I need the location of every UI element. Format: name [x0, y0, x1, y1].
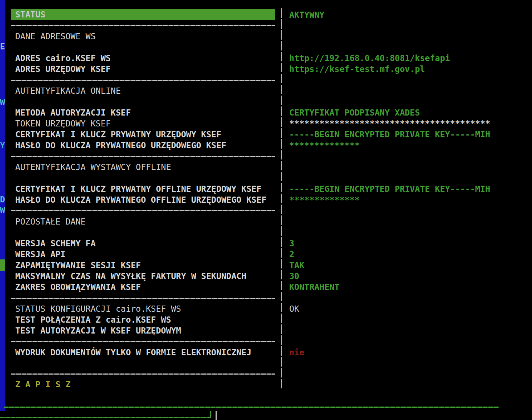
action-test-autoryzacji[interactable]: TEST AUTORYZACJI W KSEF URZĘDOWYM — [15, 325, 181, 336]
row-value-haslo-klucza-prywatnego[interactable]: ************** — [289, 140, 360, 151]
separator — [11, 25, 275, 26]
row-label-certyfikat-offline: CERTYFIKAT I KLUCZ PRYWATNY OFFLINE URZĘ… — [15, 183, 262, 194]
status-value: AKTYWNY — [289, 9, 324, 20]
separator — [11, 373, 275, 375]
row-label-adres-cairo-ksef-ws: ADRES cairo.KSEF WS — [15, 53, 111, 64]
section-header-pozostale-dane: POZOSTAŁE DANE — [15, 216, 86, 227]
separator — [11, 210, 275, 211]
row-label-adres-urzedowy-ksef: ADRES URZĘDOWY KSEF — [15, 64, 111, 74]
row-value-wersja-api[interactable]: 2 — [289, 249, 294, 260]
row-value-zapamietywanie-sesji[interactable]: TAK — [289, 260, 304, 271]
strip-letter: W — [0, 97, 5, 108]
row-value-token-urzedowy[interactable]: **************************************** — [289, 118, 490, 129]
row-value-metoda-autoryzacji[interactable]: CERTYFIKAT PODPISANY XADES — [289, 107, 420, 118]
ksef-config-screen: E W Y D W STATUS AKTYWNY DANE ADRESOWE W… — [0, 0, 532, 420]
save-button[interactable]: Z A P I S Z — [15, 379, 70, 390]
bottom-green-corner — [210, 411, 211, 418]
row-label-token-urzedowy: TOKEN URZĘDOWY KSEF — [15, 118, 111, 129]
separator — [11, 341, 275, 342]
section-header-autentyfikacja-offline: AUTENTYFIKACJA WYSTAWCY OFFLINE — [15, 162, 171, 173]
bottom-green-line — [4, 407, 499, 408]
row-label-zapamietywanie-sesji: ZAPAMIĘTYWANIE SESJI KSEF — [15, 260, 141, 271]
bottom-white-tick — [216, 411, 217, 420]
section-header-dane-adresowe: DANE ADRESOWE WS — [15, 31, 96, 42]
status-row-selected[interactable]: STATUS — [11, 9, 275, 20]
separator — [11, 80, 275, 81]
status-row-label: STATUS — [15, 9, 45, 20]
separator — [11, 298, 275, 299]
row-label-wydruk-elektroniczny: WYDRUK DOKUMENTÓW TYLKO W FORMIE ELEKTRO… — [15, 347, 251, 358]
row-value-adres-urzedowy-ksef[interactable]: https://ksef-test.mf.gov.pl — [289, 64, 425, 74]
row-value-certyfikat-klucz-prywatny[interactable]: -----BEGIN ENCRYPTED PRIVATE KEY-----MIH — [289, 129, 490, 140]
row-label-haslo-klucza-prywatnego: HASŁO DO KLUCZA PRYWATNEGO URZĘDOWEGO KS… — [15, 140, 226, 151]
row-value-haslo-offline[interactable]: ************** — [289, 194, 360, 205]
row-value-maksymalny-czas[interactable]: 30 — [289, 271, 299, 282]
row-label-metoda-autoryzacji: METODA AUTORYZACJI KSEF — [15, 107, 131, 118]
strip-letter: Y — [0, 140, 5, 151]
row-value-wydruk-elektroniczny[interactable]: nie — [289, 347, 304, 358]
action-test-polaczenia[interactable]: TEST POŁĄCZENIA Z cairo.KSEF WS — [15, 314, 171, 325]
strip-letter: E — [0, 41, 5, 52]
column-divider — [281, 8, 282, 390]
row-value-adres-cairo-ksef-ws[interactable]: http://192.168.0.40:8081/ksefapi — [289, 53, 450, 64]
row-value-certyfikat-offline[interactable]: -----BEGIN ENCRYPTED PRIVATE KEY-----MIH — [289, 183, 490, 194]
strip-letter: D — [0, 194, 5, 205]
row-label-status-konfiguracji: STATUS KONFIGURACJI cairo.KSEF WS — [15, 303, 181, 314]
separator — [11, 156, 275, 157]
row-value-status-konfiguracji: OK — [289, 303, 299, 314]
row-label-wersja-schemy-fa: WERSJA SCHEMY FA — [15, 238, 96, 249]
row-label-certyfikat-klucz-prywatny: CERTYFIKAT I KLUCZ PRYWATNY URZĘDOWY KSE… — [15, 129, 221, 140]
strip-letter: W — [0, 205, 5, 215]
row-value-zakres-obowiazywania[interactable]: KONTRAHENT — [289, 282, 339, 292]
row-label-haslo-offline: HASŁO DO KLUCZA PRYWATNEGO OFFLINE URZĘD… — [15, 194, 266, 205]
row-label-zakres-obowiazywania: ZAKRES OBOWIĄZYWANIA KSEF — [15, 282, 141, 292]
strip-highlight-block — [0, 259, 5, 271]
bottom-green-line-partial — [0, 417, 211, 418]
left-window-strip: E W Y D W — [0, 0, 5, 411]
row-value-wersja-schemy-fa[interactable]: 3 — [289, 238, 294, 249]
row-label-maksymalny-czas: MAKSYMALNY CZAS NA WYSYŁKĘ FAKTURY W SEK… — [15, 271, 246, 282]
row-label-wersja-api: WERSJA API — [15, 249, 65, 260]
section-header-autentyfikacja-online: AUTENTYFIKACJA ONLINE — [15, 85, 121, 96]
